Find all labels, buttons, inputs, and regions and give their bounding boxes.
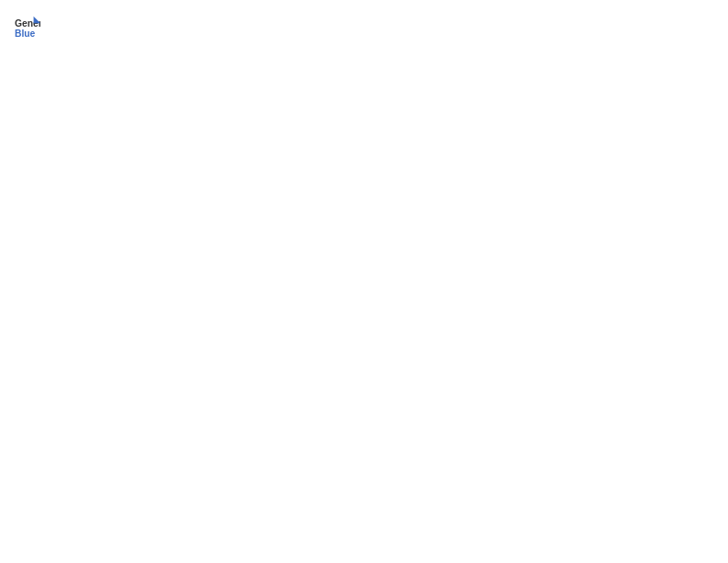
svg-text:Blue: Blue — [15, 29, 36, 39]
logo-icon: General Blue — [15, 15, 40, 40]
logo: General Blue — [15, 15, 40, 40]
header: General Blue — [15, 15, 713, 40]
